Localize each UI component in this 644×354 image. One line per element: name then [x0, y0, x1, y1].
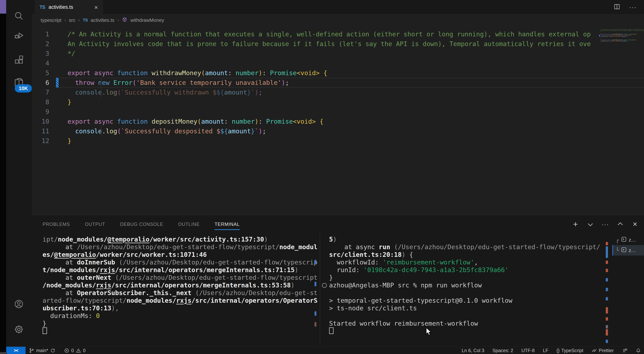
chevron-right-icon: › — [78, 18, 80, 23]
terminal-icon — [621, 236, 627, 244]
chevron-right-icon: › — [64, 18, 66, 23]
split-tree-glyph: ┌ — [616, 237, 619, 243]
formatter-item[interactable]: ✓✓ Prettier — [592, 348, 614, 354]
terminal-tab-label: z… — [629, 237, 636, 243]
tab-debug-console[interactable]: DEBUG CONSOLE — [120, 222, 163, 227]
scroll-mark — [606, 269, 608, 272]
code-area[interactable]: 1/* An Activity is a normal function tha… — [32, 29, 644, 146]
split-editor-icon[interactable] — [614, 3, 620, 11]
line-number: 10 — [32, 116, 56, 126]
code-line: 5export async function withdrawMoney(amo… — [32, 68, 644, 78]
tab-problems[interactable]: PROBLEMS — [42, 222, 70, 227]
gutter — [56, 58, 58, 68]
close-tab-icon[interactable]: × — [94, 4, 98, 10]
warning-icon — [76, 348, 81, 353]
terminal-tab-selected[interactable]: └ z… — [612, 245, 644, 256]
terminal-cursor — [42, 327, 47, 334]
terminal-scroll-decorations — [314, 215, 316, 347]
minimap[interactable]: /* An Activity is a normal function that… — [600, 29, 644, 59]
git-branch-icon — [29, 348, 34, 353]
terminal-line — [329, 289, 635, 297]
terminal-line: es/@temporalio/worker/src/worker.ts:1071… — [42, 251, 319, 258]
encoding[interactable]: UTF-8 — [522, 348, 535, 353]
tab-outline[interactable]: OUTLINE — [178, 222, 200, 227]
terminal-line — [329, 312, 635, 320]
problems-item[interactable]: 0 0 — [64, 348, 86, 353]
line-number: 5 — [32, 68, 56, 78]
breadcrumb-folder[interactable]: typescript — [41, 17, 62, 23]
status-left: main* 0 0 — [29, 347, 86, 354]
scroll-mark — [606, 278, 608, 282]
tab-output[interactable]: OUTPUT — [85, 222, 105, 227]
line-number: 6 — [32, 78, 56, 88]
terminal-line: } — [42, 320, 319, 327]
tab-terminal[interactable]: TERMINAL — [214, 222, 240, 227]
typescript-file-icon: TS — [83, 18, 88, 22]
terminal-pane-divider[interactable] — [320, 234, 320, 346]
extensions-icon[interactable] — [14, 54, 24, 65]
status-right: Ln 6, Col 3 Spaces: 2 UTF-8 LF {} TypeSc… — [462, 347, 641, 354]
code-line: 11 console.log(`Successfully desposited … — [32, 126, 644, 136]
line-number: 11 — [32, 126, 56, 136]
close-panel-icon[interactable]: × — [632, 220, 637, 228]
account-icon[interactable] — [14, 299, 24, 309]
notifications-bell-icon[interactable] — [636, 348, 641, 353]
terminal-pane-right[interactable]: 5) at async run (/Users/azhou/Desktop/ed… — [329, 236, 635, 335]
minimap-modified-mark — [599, 35, 600, 36]
indentation[interactable]: Spaces: 2 — [492, 348, 513, 353]
remote-indicator[interactable]: >< — [6, 347, 26, 354]
scroll-mark — [606, 307, 608, 314]
settings-gear-icon[interactable] — [14, 324, 24, 334]
gutter — [56, 68, 58, 78]
command-decoration-icon[interactable] — [322, 283, 327, 288]
code-editor[interactable]: 1/* An Activity is a normal function tha… — [32, 26, 644, 215]
new-terminal-icon[interactable]: + — [573, 220, 578, 228]
chevron-down-icon[interactable] — [588, 221, 593, 226]
code-line: 8} — [32, 97, 644, 107]
eol-sequence[interactable]: LF — [543, 348, 548, 353]
tab-activities-ts[interactable]: TS activities.ts × — [35, 0, 103, 14]
branch-item[interactable]: main* — [29, 348, 56, 353]
git-modified-marker — [56, 78, 58, 88]
terminal-line — [329, 327, 635, 335]
background-window-strip — [0, 0, 6, 14]
minimap-line: } — [600, 42, 644, 43]
minimap-line: An Activity involves code that is prone … — [600, 30, 644, 31]
panel-tabs: PROBLEMS OUTPUT DEBUG CONSOLE OUTLINE TE… — [42, 215, 240, 233]
scroll-mark — [606, 325, 608, 328]
terminal-tab[interactable]: ┌ z… — [612, 235, 644, 245]
scroll-mark — [606, 246, 608, 258]
breadcrumb-folder[interactable]: src — [69, 17, 75, 23]
desktop-background — [0, 0, 6, 354]
line-number: 9 — [32, 107, 56, 116]
breadcrumb: typescript › src › TS activities.ts › wi… — [32, 14, 644, 26]
run-and-debug-icon[interactable] — [14, 30, 24, 41]
terminal-line: at OperatorSubscriber._this._next (/User… — [42, 289, 319, 297]
gutter — [56, 116, 58, 126]
terminal-line: runId: '0198c42a-dc49-7943-a1a3-2b5fc837… — [329, 266, 635, 274]
terminal-tab-label: z… — [629, 248, 636, 253]
search-icon[interactable] — [14, 11, 24, 21]
terminal-line: /node_modules/rxjs/src/internal/operator… — [42, 282, 319, 289]
breadcrumb-symbol[interactable]: withdrawMoney — [130, 17, 164, 23]
terminal-pane-left[interactable]: ipt/node_modules/@temporalio/worker/src/… — [42, 236, 319, 335]
gutter — [56, 97, 58, 107]
line-number: 12 — [32, 136, 56, 146]
mouse-cursor — [426, 328, 432, 337]
breadcrumb-file[interactable]: activities.ts — [91, 17, 114, 23]
cursor-position[interactable]: Ln 6, Col 3 — [462, 348, 484, 353]
desktop-sliver — [0, 352, 6, 354]
gutter — [56, 49, 58, 58]
language-mode[interactable]: {} TypeScript — [556, 348, 583, 353]
braces-icon: {} — [556, 348, 560, 353]
error-icon — [64, 348, 70, 353]
extension-badge: 10K — [15, 84, 32, 92]
gutter — [56, 136, 58, 146]
line-number: 8 — [32, 97, 56, 107]
split-tree-glyph: └ — [616, 247, 619, 254]
maximize-panel-icon[interactable] — [618, 222, 623, 227]
tab-bar: TS activities.ts × ··· — [32, 0, 644, 14]
more-actions-icon[interactable]: ··· — [629, 4, 636, 11]
terminal-line: at async run (/Users/azhou/Desktop/edu-g… — [329, 243, 635, 251]
feedback-icon[interactable] — [622, 348, 628, 353]
